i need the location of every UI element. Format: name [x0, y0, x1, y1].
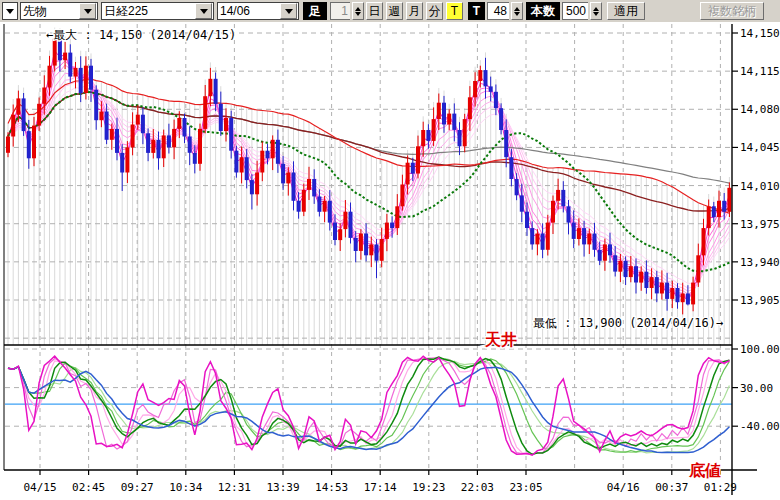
tick-count-input[interactable]: 48: [487, 2, 509, 20]
min-price-annotation: 最低 : 13,900 (2014/04/16)→: [533, 316, 723, 330]
spin-up-icon: [593, 7, 599, 11]
svg-text:14,115: 14,115: [740, 65, 780, 78]
svg-text:13,905: 13,905: [740, 294, 780, 307]
svg-text:14,080: 14,080: [740, 103, 780, 116]
contract-month-combobox[interactable]: 14/06: [217, 2, 299, 20]
period-week-button[interactable]: 週: [386, 2, 403, 20]
spin-up-icon: [355, 7, 361, 11]
ceiling-annotation: 天井: [484, 330, 517, 349]
mini-dropdown[interactable]: [2, 2, 18, 20]
ashi-label: 足: [303, 2, 327, 20]
svg-text:22:03: 22:03: [461, 481, 494, 494]
svg-text:14,150: 14,150: [740, 27, 780, 40]
svg-text:09:27: 09:27: [121, 481, 154, 494]
svg-text:-40.00: -40.00: [740, 420, 780, 433]
chart-canvas[interactable]: 14,15014,11514,08014,04514,01013,97513,9…: [0, 22, 780, 500]
svg-text:14,045: 14,045: [740, 141, 780, 154]
bottom-annotation: 底値: [688, 461, 721, 480]
svg-text:13,940: 13,940: [740, 256, 780, 269]
svg-text:14:53: 14:53: [315, 481, 348, 494]
svg-text:04/16: 04/16: [607, 481, 640, 494]
spin-down-icon: [593, 12, 599, 16]
svg-text:100.00: 100.00: [740, 343, 780, 356]
contract-month-value: 14/06: [218, 3, 279, 19]
bar-count-input[interactable]: 500: [562, 2, 588, 20]
svg-text:02:45: 02:45: [72, 481, 105, 494]
spin-down-icon: [514, 12, 520, 16]
spin-up-icon: [514, 7, 520, 11]
toolbar: 先物 日経225 14/06 足 1 日 週 月 分 T T 48 本数 500…: [0, 0, 780, 23]
spin-down-icon: [355, 12, 361, 16]
symbol-value: 日経225: [102, 3, 194, 19]
bar-count-label: 本数: [526, 2, 560, 20]
svg-text:17:14: 17:14: [364, 481, 397, 494]
svg-text:00:37: 00:37: [655, 481, 688, 494]
multi-symbol-button[interactable]: 複数銘柄: [700, 2, 764, 20]
svg-text:13,975: 13,975: [740, 218, 780, 231]
period-month-button[interactable]: 月: [406, 2, 423, 20]
period-day-button[interactable]: 日: [366, 2, 383, 20]
svg-text:30.00: 30.00: [740, 382, 773, 395]
tick-label: T: [468, 2, 485, 20]
tick-count-stepper[interactable]: [511, 2, 523, 20]
svg-text:12:31: 12:31: [218, 481, 251, 494]
bar-count-stepper[interactable]: [590, 2, 602, 20]
symbol-combobox[interactable]: 日経225: [101, 2, 214, 20]
chevron-down-icon: [6, 9, 14, 14]
chevron-down-icon[interactable]: [79, 3, 96, 19]
svg-text:14,010: 14,010: [740, 180, 780, 193]
svg-text:23:05: 23:05: [509, 481, 542, 494]
time-axis-labels: 04/1502:4509:2710:3412:3113:3914:5317:14…: [23, 481, 737, 494]
svg-text:04/15: 04/15: [23, 481, 56, 494]
instrument-type-combobox[interactable]: 先物: [20, 2, 98, 20]
svg-text:01:29: 01:29: [704, 481, 737, 494]
chevron-down-icon[interactable]: [195, 3, 212, 19]
svg-text:10:34: 10:34: [169, 481, 202, 494]
interval-input[interactable]: 1: [330, 2, 350, 20]
instrument-type-value: 先物: [21, 3, 78, 19]
period-minute-button[interactable]: 分: [426, 2, 443, 20]
chart-application-window: 先物 日経225 14/06 足 1 日 週 月 分 T T 48 本数 500…: [0, 0, 780, 500]
chevron-down-icon[interactable]: [280, 3, 297, 19]
apply-button[interactable]: 適用: [607, 2, 645, 20]
interval-stepper[interactable]: [352, 2, 364, 20]
svg-text:13:39: 13:39: [266, 481, 299, 494]
svg-text:19:23: 19:23: [412, 481, 445, 494]
max-price-annotation: ←最大 : 14,150 (2014/04/15): [46, 28, 236, 42]
period-tick-button[interactable]: T: [446, 2, 463, 20]
